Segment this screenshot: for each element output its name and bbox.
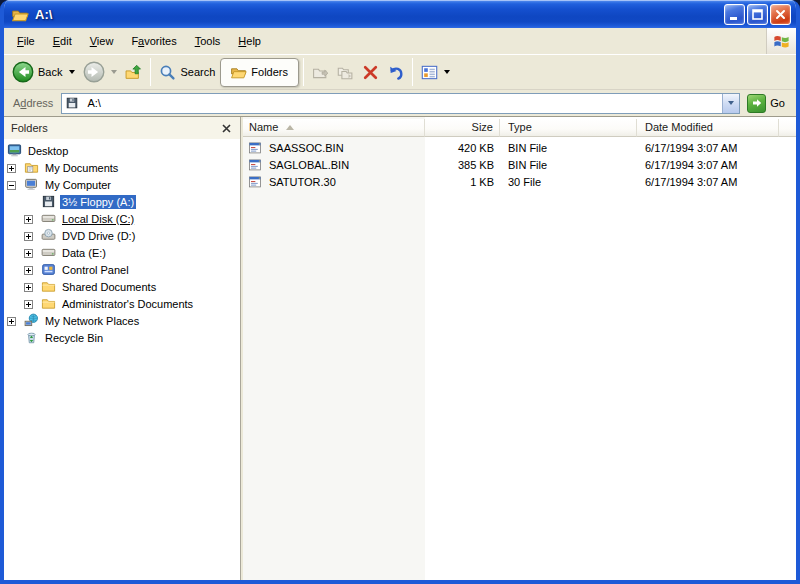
close-icon xyxy=(222,124,231,133)
windows-logo xyxy=(766,28,796,54)
folders-pane-close-button[interactable] xyxy=(219,121,233,135)
tree-item-3-floppy-a[interactable]: 3½ Floppy (A:) xyxy=(4,193,240,210)
column-header-size[interactable]: Size xyxy=(425,119,500,137)
file-date-modified: 6/17/1994 3:07 AM xyxy=(637,139,779,156)
file-name: SAGLOBAL.BIN xyxy=(269,159,349,171)
address-value: A:\ xyxy=(83,97,100,109)
tree-item-control-panel[interactable]: Control Panel xyxy=(4,261,240,278)
back-label: Back xyxy=(38,66,63,78)
address-bar: Address A:\ Go xyxy=(4,90,796,117)
go-button[interactable]: Go xyxy=(740,94,791,113)
collapse-icon[interactable] xyxy=(7,180,16,189)
folders-icon xyxy=(230,64,247,81)
sort-ascending-icon xyxy=(286,125,294,130)
tree-item-my-computer[interactable]: My Computer xyxy=(4,176,240,193)
forward-button xyxy=(79,58,121,86)
column-header-name[interactable]: Name xyxy=(243,119,425,137)
expand-icon[interactable] xyxy=(24,265,33,274)
explorer-window: A:\ FileEditViewFavoritesToolsHelp BackS… xyxy=(0,0,800,584)
tree-item-my-documents[interactable]: My Documents xyxy=(4,159,240,176)
toolbar-separator xyxy=(303,58,304,86)
file-size: 420 KB xyxy=(425,139,500,156)
column-header-label: Size xyxy=(472,119,493,136)
control-panel-icon xyxy=(41,262,56,277)
maximize-button[interactable] xyxy=(747,4,768,25)
file-list-pane: NameSizeTypeDate Modified SAASSOC.BIN420… xyxy=(243,117,796,580)
go-arrow-icon xyxy=(747,94,766,113)
tree-item-label: My Documents xyxy=(43,161,120,175)
toolbar-separator xyxy=(150,58,151,86)
tree-item-shared-documents[interactable]: Shared Documents xyxy=(4,278,240,295)
tree-item-recycle-bin[interactable]: Recycle Bin xyxy=(4,329,240,346)
file-type: BIN File xyxy=(500,139,637,156)
folder-icon xyxy=(41,296,56,311)
expand-icon[interactable] xyxy=(24,299,33,308)
menu-help[interactable]: Help xyxy=(229,32,270,50)
toolbar: BackSearchFolders xyxy=(4,54,796,90)
tree-item-label: Control Panel xyxy=(60,263,131,277)
column-header-type[interactable]: Type xyxy=(500,119,637,137)
expand-icon[interactable] xyxy=(24,248,33,257)
menu-file[interactable]: File xyxy=(8,32,44,50)
file-name: SATUTOR.30 xyxy=(269,176,336,188)
column-header-date-modified[interactable]: Date Modified xyxy=(637,119,779,137)
menu-favorites[interactable]: Favorites xyxy=(122,32,185,50)
folders-pane-title: Folders xyxy=(11,122,48,134)
expand-icon[interactable] xyxy=(24,214,33,223)
file-row-satutor-30[interactable]: SATUTOR.301 KB30 File6/17/1994 3:07 AM xyxy=(243,173,796,190)
up-button[interactable] xyxy=(121,61,146,84)
file-icon xyxy=(248,141,262,155)
tree-item-desktop[interactable]: Desktop xyxy=(4,142,240,159)
chevron-down-icon xyxy=(69,70,75,74)
views-button[interactable] xyxy=(417,61,454,84)
folder-tree: DesktopMy DocumentsMy Computer3½ Floppy … xyxy=(4,139,240,580)
file-date-modified: 6/17/1994 3:07 AM xyxy=(637,173,779,190)
minimize-button[interactable] xyxy=(724,4,745,25)
forward-icon xyxy=(83,61,105,83)
menu-view[interactable]: View xyxy=(81,32,123,50)
folder-icon xyxy=(41,279,56,294)
expand-icon[interactable] xyxy=(7,163,16,172)
move-to-icon xyxy=(312,64,329,81)
expand-icon[interactable] xyxy=(24,282,33,291)
delete-button[interactable] xyxy=(358,61,383,84)
close-icon xyxy=(774,8,787,21)
menu-bar: FileEditViewFavoritesToolsHelp xyxy=(4,28,796,54)
maximize-icon xyxy=(751,8,764,21)
list-header: NameSizeTypeDate Modified xyxy=(243,119,796,137)
folder-open-icon xyxy=(11,6,30,23)
tree-item-my-network-places[interactable]: My Network Places xyxy=(4,312,240,329)
address-input[interactable]: A:\ xyxy=(61,93,740,114)
address-dropdown-button[interactable] xyxy=(722,94,739,113)
dvd-icon xyxy=(41,228,56,243)
menu-tools[interactable]: Tools xyxy=(186,32,230,50)
tree-item-label: Local Disk (C:) xyxy=(60,212,136,226)
undo-icon xyxy=(387,64,404,81)
expand-icon[interactable] xyxy=(7,316,16,325)
window-title: A:\ xyxy=(35,7,52,22)
go-label: Go xyxy=(770,97,785,109)
search-label: Search xyxy=(180,66,216,78)
file-name-cell: SAGLOBAL.BIN xyxy=(243,156,425,173)
back-button[interactable]: Back xyxy=(8,58,79,86)
folders-button[interactable]: Folders xyxy=(220,58,299,87)
copy-to-icon xyxy=(337,64,354,81)
tree-item-dvd-drive-d[interactable]: DVD Drive (D:) xyxy=(4,227,240,244)
search-button[interactable]: Search xyxy=(155,61,220,84)
undo-button[interactable] xyxy=(383,61,408,84)
menu-edit[interactable]: Edit xyxy=(44,32,81,50)
file-date-modified: 6/17/1994 3:07 AM xyxy=(637,156,779,173)
file-name: SAASSOC.BIN xyxy=(269,142,344,154)
floppy-icon xyxy=(41,194,56,209)
tree-item-data-e[interactable]: Data (E:) xyxy=(4,244,240,261)
file-row-saglobal-bin[interactable]: SAGLOBAL.BIN385 KBBIN File6/17/1994 3:07… xyxy=(243,156,796,173)
expand-icon[interactable] xyxy=(24,231,33,240)
close-button[interactable] xyxy=(770,4,791,25)
file-type: 30 File xyxy=(500,173,637,190)
tree-item-local-disk-c[interactable]: Local Disk (C:) xyxy=(4,210,240,227)
tree-item-label: Shared Documents xyxy=(60,280,158,294)
file-row-saassoc-bin[interactable]: SAASSOC.BIN420 KBBIN File6/17/1994 3:07 … xyxy=(243,139,796,156)
column-header-label: Date Modified xyxy=(645,119,713,136)
tree-item-administrator-s-documents[interactable]: Administrator's Documents xyxy=(4,295,240,312)
file-name-cell: SAASSOC.BIN xyxy=(243,139,425,156)
